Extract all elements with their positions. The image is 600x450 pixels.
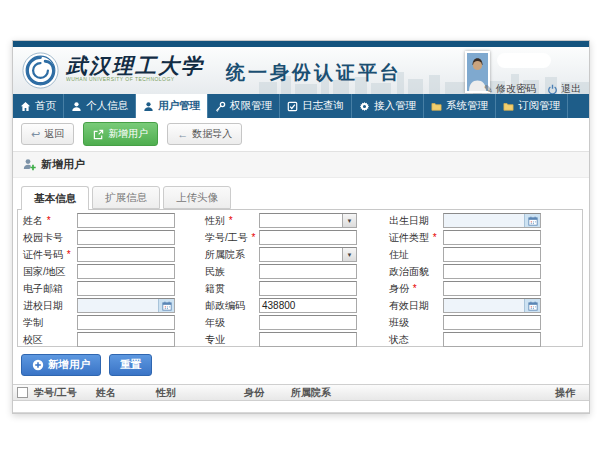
key-icon xyxy=(215,101,226,112)
university-logo xyxy=(22,52,59,89)
valid-date-calendar-button[interactable] xyxy=(524,299,540,312)
country-input[interactable] xyxy=(77,264,175,279)
student-id-input[interactable] xyxy=(259,230,357,245)
field-label-major: 专业 xyxy=(205,333,259,347)
field-label-postal-code: 邮政编码 xyxy=(205,299,259,313)
department-input[interactable]: ▼ xyxy=(259,247,357,262)
folder-icon xyxy=(431,101,442,112)
field-label-native-place: 籍贯 xyxy=(205,282,259,296)
university-name-en: WUHAN UNIVERSITY OF TECHNOLOGY xyxy=(66,77,175,82)
section-title: 新增用户 xyxy=(41,157,85,172)
form-field-campus: 校区 xyxy=(18,331,200,348)
user-plus-icon xyxy=(23,158,36,171)
valid-date-input[interactable] xyxy=(443,298,541,313)
university-name: 武汉理工大学 WUHAN UNIVERSITY OF TECHNOLOGY xyxy=(66,54,217,84)
nav-tab-perm-mgmt[interactable]: 权限管理 xyxy=(208,94,280,118)
back-label: 返回 xyxy=(44,127,64,141)
change-password-label: 修改密码 xyxy=(496,82,536,94)
field-label-department: 所属院系 xyxy=(205,248,259,262)
tab-basic-info[interactable]: 基本信息 xyxy=(21,186,89,210)
change-password-link[interactable]: ✎ 修改密码 xyxy=(484,82,536,94)
form-field-department: 所属院系▼ xyxy=(200,246,384,263)
field-label-id-number: 证件号码 * xyxy=(23,248,77,262)
id-type-input[interactable] xyxy=(443,230,541,245)
user-icon xyxy=(143,101,154,112)
id-number-input[interactable] xyxy=(77,247,175,262)
form-field-major: 专业 xyxy=(200,331,384,348)
add-user-toolbar-button[interactable]: 新增用户 xyxy=(83,122,158,146)
nav-tab-label: 系统管理 xyxy=(446,99,488,113)
field-label-schooling-length: 学制 xyxy=(23,316,77,330)
select-all-checkbox[interactable] xyxy=(17,387,28,398)
form-field-valid-date: 有效日期 xyxy=(384,297,576,314)
submit-add-user-button[interactable]: 新增用户 xyxy=(21,354,101,376)
form-field-gender: 性别 *▼ xyxy=(200,212,384,229)
nav-tab-access-mgmt[interactable]: 接入管理 xyxy=(352,94,424,118)
data-import-label: 数据导入 xyxy=(192,127,232,141)
field-label-student-id: 学号/工号 * xyxy=(205,231,259,245)
required-asterisk: * xyxy=(64,249,71,260)
nav-tab-log-query[interactable]: 日志查询 xyxy=(280,94,352,118)
campus-card-input[interactable] xyxy=(77,230,175,245)
form-field-student-id: 学号/工号 * xyxy=(200,229,384,246)
birth-date-input[interactable] xyxy=(443,213,541,228)
native-place-input[interactable] xyxy=(259,281,357,296)
nav-tab-home[interactable]: 首页 xyxy=(13,94,64,118)
enroll-date-input[interactable] xyxy=(77,298,175,313)
form-field-schooling-length: 学制 xyxy=(18,314,200,331)
field-label-address: 住址 xyxy=(389,248,443,262)
tab-extended-info[interactable]: 扩展信息 xyxy=(92,186,160,209)
table-header-identity: 身份 xyxy=(244,386,291,400)
header-links: ✎ 修改密码 退出 xyxy=(484,82,581,94)
form-field-political-status: 政治面貌 xyxy=(384,263,576,280)
schooling-length-input[interactable] xyxy=(77,315,175,330)
status-input[interactable] xyxy=(443,332,541,347)
nav-tab-sys-mgmt[interactable]: 系统管理 xyxy=(424,94,496,118)
email-input[interactable] xyxy=(77,281,175,296)
reset-label: 重置 xyxy=(120,358,141,372)
name-input[interactable] xyxy=(77,213,175,228)
app-window: 武汉理工大学 WUHAN UNIVERSITY OF TECHNOLOGY 统一… xyxy=(12,40,590,414)
form-field-name: 姓名 * xyxy=(18,212,200,229)
tab-upload-avatar[interactable]: 上传头像 xyxy=(163,186,231,209)
field-label-gender: 性别 * xyxy=(205,214,259,228)
form-field-enroll-date: 进校日期 xyxy=(18,297,200,314)
nav-tab-sub-mgmt[interactable]: 订阅管理 xyxy=(496,94,568,118)
logout-link[interactable]: 退出 xyxy=(547,82,581,94)
nav-tab-label: 首页 xyxy=(35,99,56,113)
back-button[interactable]: ↩ 返回 xyxy=(21,123,74,145)
campus-input[interactable] xyxy=(77,332,175,347)
political-status-input[interactable] xyxy=(443,264,541,279)
field-label-enroll-date: 进校日期 xyxy=(23,299,77,313)
calendar-icon xyxy=(528,216,538,226)
postal-code-value: 438800 xyxy=(260,300,295,311)
field-label-valid-date: 有效日期 xyxy=(389,299,443,313)
add-user-icon xyxy=(93,129,104,140)
grade-input[interactable] xyxy=(259,315,357,330)
field-label-campus: 校区 xyxy=(23,333,77,347)
birth-date-calendar-button[interactable] xyxy=(524,214,540,227)
address-input[interactable] xyxy=(443,247,541,262)
identity-input[interactable] xyxy=(443,281,541,296)
department-dropdown-button[interactable]: ▼ xyxy=(342,248,356,261)
major-input[interactable] xyxy=(259,332,357,347)
nav-tabs: 首页个人信息用户管理权限管理日志查询接入管理系统管理订阅管理 xyxy=(13,94,589,118)
enroll-date-calendar-button[interactable] xyxy=(158,299,174,312)
required-asterisk: * xyxy=(44,215,51,226)
user-icon xyxy=(71,101,82,112)
form-field-class: 班级 xyxy=(384,314,576,331)
gender-input[interactable]: ▼ xyxy=(259,213,357,228)
reset-button[interactable]: 重置 xyxy=(109,354,152,376)
postal-code-input[interactable]: 438800 xyxy=(259,298,357,313)
data-import-button[interactable]: ← 数据导入 xyxy=(167,123,242,145)
class-input[interactable] xyxy=(443,315,541,330)
nav-tab-label: 订阅管理 xyxy=(518,99,560,113)
nav-tab-profile[interactable]: 个人信息 xyxy=(64,94,136,118)
form-field-birth-date: 出生日期 xyxy=(384,212,576,229)
gender-dropdown-button[interactable]: ▼ xyxy=(342,214,356,227)
field-label-id-type: 证件类型 * xyxy=(389,231,443,245)
user-form: 姓名 *性别 *▼出生日期校园卡号学号/工号 *证件类型 *证件号码 *所属院系… xyxy=(17,209,583,347)
nav-tab-user-mgmt[interactable]: 用户管理 xyxy=(136,94,208,118)
ethnicity-input[interactable] xyxy=(259,264,357,279)
form-field-id-number: 证件号码 * xyxy=(18,246,200,263)
